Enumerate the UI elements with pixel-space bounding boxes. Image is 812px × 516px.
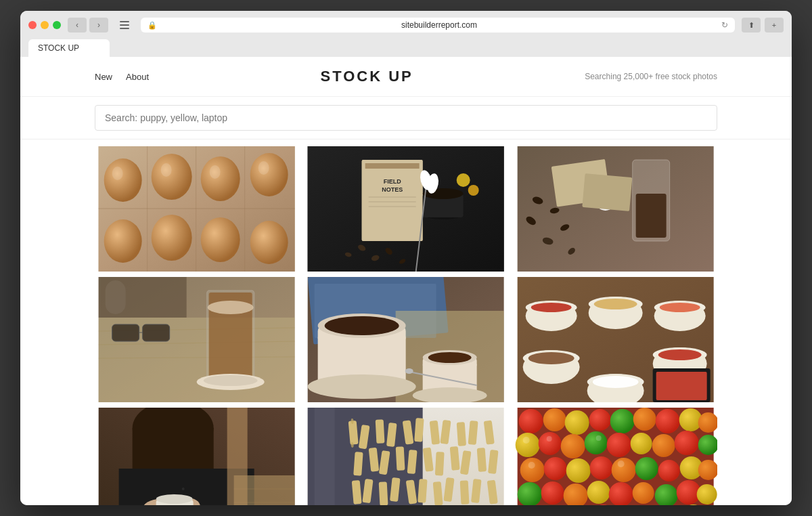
svg-point-11 [201,156,240,201]
share-button[interactable]: ⬆ [742,18,761,33]
svg-rect-143 [396,446,405,471]
svg-point-176 [518,409,543,433]
svg-point-90 [405,368,413,374]
svg-rect-111 [656,372,706,400]
svg-point-40 [468,185,479,196]
svg-point-106 [658,349,701,360]
svg-point-72 [204,375,258,386]
svg-rect-131 [376,419,385,444]
svg-point-177 [543,408,566,431]
svg-point-188 [584,431,607,454]
svg-rect-1 [120,24,129,26]
sidebar-toggle[interactable] [115,18,134,33]
svg-point-87 [308,374,416,399]
svg-point-202 [698,460,717,480]
photo-eggs[interactable] [95,146,298,272]
svg-point-180 [610,409,634,433]
svg-text:NOTES: NOTES [382,186,403,193]
close-button[interactable] [28,21,37,29]
svg-point-19 [210,165,221,179]
svg-point-121 [156,494,193,504]
svg-point-223 [528,462,535,469]
photo-coffee-glass[interactable] [95,277,298,402]
site-header: New About STOCK UP Searching 25,000+ fre… [20,57,792,97]
svg-point-211 [696,484,717,504]
svg-point-225 [617,460,624,467]
minimize-button[interactable] [41,21,49,29]
tab-bar: STOCK UP [28,38,784,57]
svg-point-200 [658,460,679,481]
maximize-button[interactable] [53,21,61,29]
svg-rect-156 [418,479,428,503]
tab-label: STOCK UP [38,43,79,53]
svg-point-117 [182,488,185,490]
svg-point-16 [250,221,288,264]
svg-point-70 [208,301,254,314]
svg-rect-0 [120,21,129,22]
svg-rect-128 [315,408,335,505]
site-tagline: Searching 25,000+ free stock photos [585,72,717,81]
svg-rect-146 [435,452,445,476]
svg-point-15 [201,217,240,262]
svg-point-187 [560,434,585,458]
photo-coffee-pour[interactable] [514,146,717,272]
url-bar[interactable]: 🔒 sitebuilderreport.com ↻ [141,18,735,33]
svg-point-103 [528,352,574,364]
active-tab[interactable]: STOCK UP [28,39,110,57]
photo-espresso[interactable] [304,277,508,402]
site-nav: New About [95,72,149,82]
svg-point-94 [531,303,571,312]
photo-woman-coffee[interactable] [95,408,298,505]
browser-top-bar: ‹ › 🔒 sitebuilderreport.com ↻ ⬆ + [28,18,784,33]
svg-point-197 [589,456,612,479]
svg-point-9 [104,158,142,202]
svg-point-181 [633,408,656,431]
svg-point-186 [538,432,561,455]
svg-point-13 [104,219,142,263]
svg-point-109 [592,376,638,388]
photo-korean-food[interactable] [514,277,717,402]
svg-rect-52 [635,194,666,238]
svg-point-179 [589,409,610,431]
refresh-button[interactable]: ↻ [721,20,728,30]
svg-point-191 [652,434,675,457]
search-container [20,97,792,139]
back-button[interactable]: ‹ [68,18,87,33]
svg-point-195 [543,457,566,480]
svg-rect-29 [362,160,423,241]
svg-point-192 [674,431,698,455]
svg-rect-59 [582,173,632,211]
svg-point-222 [546,436,551,442]
svg-point-86 [428,352,472,363]
svg-rect-153 [379,481,388,505]
svg-point-184 [698,412,717,433]
svg-rect-65 [112,324,139,341]
svg-rect-149 [477,448,487,472]
forward-button[interactable]: › [89,18,108,33]
nav-about[interactable]: About [126,72,149,82]
browser-window: ‹ › 🔒 sitebuilderreport.com ↻ ⬆ + [20,11,792,505]
photo-fieldnotes[interactable]: FIELD NOTES [304,146,508,272]
svg-text:FIELD: FIELD [384,178,401,185]
svg-point-20 [258,161,269,175]
svg-rect-137 [457,422,466,446]
svg-rect-74 [106,280,126,314]
photo-tomatoes[interactable] [514,408,717,505]
svg-point-12 [250,153,288,196]
svg-point-189 [606,433,631,457]
new-tab-button[interactable]: + [765,18,784,33]
svg-rect-159 [460,480,470,504]
svg-point-198 [611,458,635,482]
svg-point-204 [541,481,564,504]
photo-pasta[interactable] [304,408,508,505]
svg-rect-2 [120,28,129,29]
search-input[interactable] [95,105,717,131]
svg-point-193 [698,435,717,455]
svg-point-100 [659,303,700,312]
svg-point-10 [152,154,192,200]
svg-rect-125 [227,408,248,505]
svg-point-196 [566,458,590,483]
nav-buttons: ‹ › [68,18,108,33]
nav-new[interactable]: New [95,72,112,82]
svg-point-39 [457,173,470,187]
